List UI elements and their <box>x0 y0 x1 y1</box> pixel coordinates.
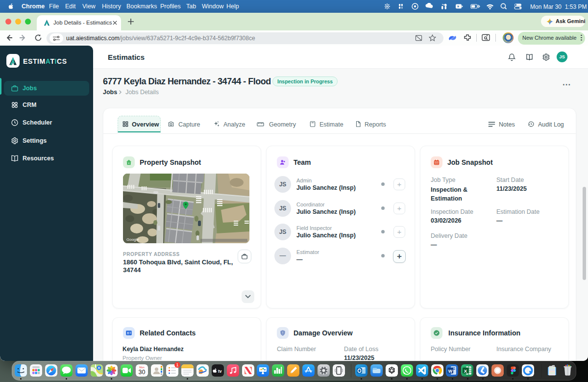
svg-text:W: W <box>448 369 453 374</box>
svg-text:tv: tv <box>218 369 222 374</box>
svg-text:X: X <box>464 368 467 374</box>
svg-text:Google: Google <box>126 237 139 242</box>
svg-text:30: 30 <box>139 369 146 376</box>
